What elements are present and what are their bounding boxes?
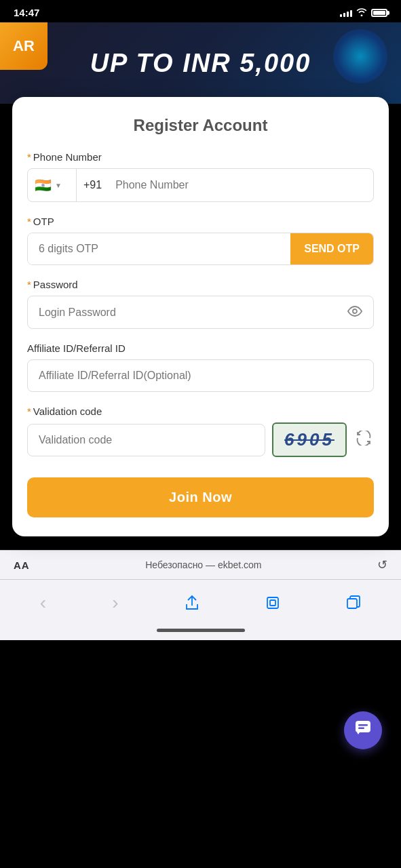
promo-banner: AR UP TO INR 5,000 (0, 22, 401, 104)
status-bar: 14:47 (0, 0, 401, 22)
register-card: Register Account *Phone Number 🇮🇳 ▼ +91 … (12, 97, 389, 536)
banner-ar-badge: AR (0, 22, 47, 70)
country-code: +91 (77, 171, 109, 199)
phone-label: *Phone Number (27, 151, 374, 163)
password-group: *Password (27, 279, 374, 329)
status-icons (340, 7, 387, 18)
validation-group: *Validation code 6905 (27, 406, 374, 457)
reload-button[interactable]: ↺ (377, 557, 387, 572)
password-input[interactable] (28, 297, 337, 328)
refresh-captcha-icon[interactable] (354, 428, 374, 452)
otp-row: SEND OTP (27, 233, 374, 265)
phone-group: *Phone Number 🇮🇳 ▼ +91 (27, 151, 374, 202)
home-bar (157, 629, 245, 632)
banner-glow-effect (333, 29, 387, 83)
phone-input[interactable] (109, 170, 373, 201)
send-otp-button[interactable]: SEND OTP (290, 233, 373, 264)
nav-back-button[interactable]: ‹ (26, 588, 60, 618)
otp-label: *OTP (27, 216, 374, 227)
validation-row: 6905 (27, 422, 374, 457)
forward-icon: › (112, 592, 118, 614)
svg-point-0 (353, 309, 357, 313)
toggle-password-icon[interactable] (337, 296, 373, 328)
signal-icon (340, 9, 352, 17)
svg-rect-1 (356, 721, 370, 732)
chevron-down-icon: ▼ (55, 182, 62, 189)
validation-input[interactable] (27, 424, 265, 456)
back-icon: ‹ (40, 592, 46, 614)
banner-text: UP TO INR 5,000 (90, 49, 311, 78)
nav-share-button[interactable] (171, 591, 213, 615)
url-bar[interactable]: Небезопасно — ekbet.com (38, 559, 369, 570)
battery-icon (371, 9, 387, 17)
otp-input[interactable] (28, 233, 290, 264)
affiliate-group: Affiliate ID/Referral ID (27, 342, 374, 392)
nav-tabs-button[interactable] (332, 591, 375, 614)
svg-rect-6 (347, 599, 357, 608)
svg-rect-4 (267, 597, 278, 608)
captcha-text: 6905 (284, 429, 335, 450)
browser-bar: AA Небезопасно — ekbet.com ↺ (0, 550, 401, 579)
bottom-nav: ‹ › (0, 579, 401, 623)
password-row (27, 296, 374, 329)
chat-icon (354, 719, 372, 741)
india-flag: 🇮🇳 (35, 177, 52, 193)
affiliate-label: Affiliate ID/Referral ID (27, 342, 374, 354)
nav-forward-button[interactable]: › (98, 588, 132, 618)
svg-rect-2 (358, 724, 368, 726)
nav-bookmarks-button[interactable] (252, 591, 294, 614)
time: 14:47 (14, 7, 39, 18)
form-title: Register Account (27, 116, 374, 135)
affiliate-input[interactable] (27, 359, 374, 392)
otp-group: *OTP SEND OTP (27, 216, 374, 265)
wifi-icon (356, 7, 367, 18)
join-now-button[interactable]: Join Now (27, 477, 374, 517)
chat-fab-button[interactable] (344, 711, 382, 749)
phone-input-row: 🇮🇳 ▼ +91 (27, 168, 374, 202)
country-selector[interactable]: 🇮🇳 ▼ (28, 169, 77, 201)
font-size-button[interactable]: AA (14, 559, 30, 571)
svg-rect-5 (270, 600, 275, 606)
home-indicator (0, 623, 401, 640)
validation-label: *Validation code (27, 406, 374, 417)
captcha-box: 6905 (272, 422, 347, 457)
password-label: *Password (27, 279, 374, 290)
svg-rect-3 (358, 728, 364, 730)
